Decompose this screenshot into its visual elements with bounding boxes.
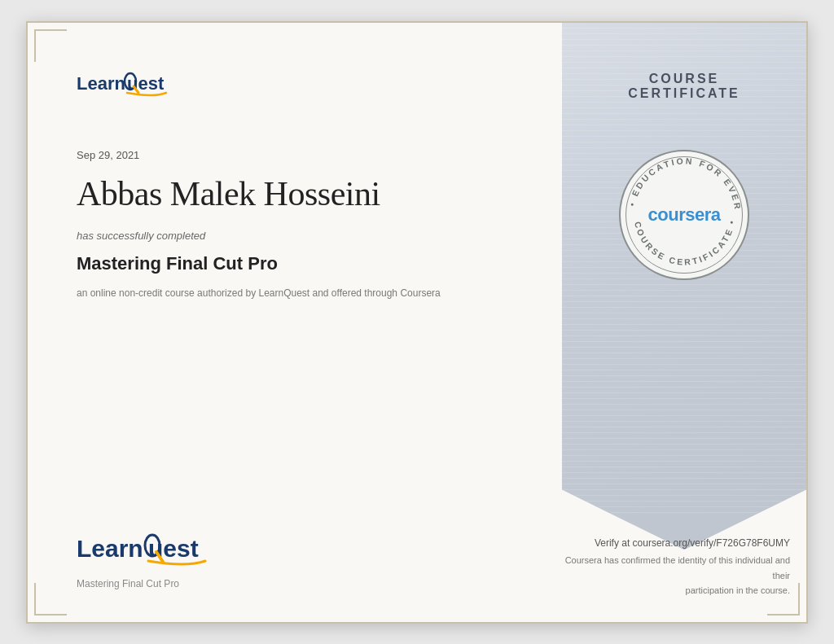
right-content: COURSE CERTIFICATE • EDUCATION FOR EVERY… [619,23,749,280]
svg-text:COURSE CERTIFICATE •: COURSE CERTIFICATE • [633,218,736,267]
verify-url: Verify at coursera.org/verify/F726G78F6U… [562,537,790,549]
bottom-section: Learn uest Mastering Final Cut Pro [77,506,513,589]
verify-section: Verify at coursera.org/verify/F726G78F6U… [562,537,790,598]
verify-description: Coursera has confirmed the identity of t… [565,555,790,595]
svg-text:• EDUCATION FOR EVERYONE •: • EDUCATION FOR EVERYONE • [621,151,743,212]
right-panel: COURSE CERTIFICATE • EDUCATION FOR EVERY… [562,23,806,622]
footer-course-name: Mastering Final Cut Pro [77,578,513,589]
certificate-date: Sep 29, 2021 [77,149,513,161]
svg-text:uest: uest [127,73,165,94]
recipient-name: Abbas Malek Hosseini [77,174,513,213]
completed-label: has successfully completed [77,230,513,242]
left-panel: Learn uest Sep 29, 2021 Abbas Malek Hoss… [28,23,562,622]
svg-text:Learn: Learn [77,73,125,94]
learnquest-logo-top: Learn uest [77,64,191,100]
cert-title-line2: CERTIFICATE [628,86,740,101]
seal-brand-text: coursera [648,204,721,226]
svg-text:uest: uest [148,535,199,562]
cert-title-line1: COURSE [649,72,719,86]
course-name: Mastering Final Cut Pro [77,253,513,274]
coursera-seal: • EDUCATION FOR EVERYONE • COURSE CERTIF… [619,150,749,280]
learnquest-logo-bottom: Learn uest [77,523,239,572]
authorized-text: an online non-credit course authorized b… [77,287,513,299]
svg-text:Learn: Learn [77,535,143,562]
certificate: Learn uest Sep 29, 2021 Abbas Malek Hoss… [26,21,808,624]
